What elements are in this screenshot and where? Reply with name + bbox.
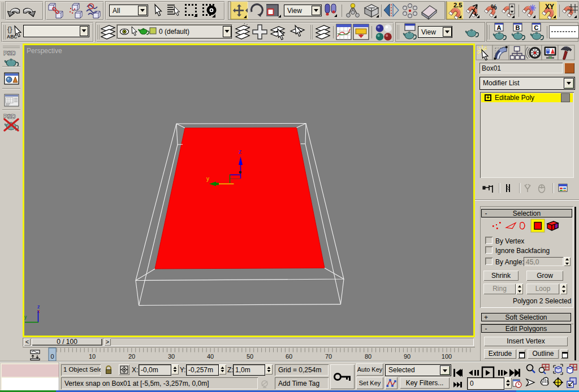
svg-text:XY: XY (545, 3, 554, 11)
svg-text:%: % (491, 3, 497, 11)
svg-text:y: y (206, 176, 209, 182)
svg-text:C: C (534, 24, 539, 31)
svg-text:50: 50 (247, 353, 253, 360)
svg-text:40: 40 (207, 353, 214, 360)
svg-text:View: View (287, 7, 302, 15)
svg-text:80: 80 (365, 353, 371, 360)
svg-text:View: View (421, 28, 436, 36)
svg-text:{}: {} (7, 25, 12, 33)
svg-text:90: 90 (404, 353, 411, 360)
svg-text:A: A (497, 24, 502, 31)
svg-text:10: 10 (89, 353, 96, 360)
svg-text:B: B (516, 24, 520, 31)
svg-text:2.5: 2.5 (453, 2, 462, 8)
svg-text:All: All (113, 7, 120, 15)
svg-text:y: y (24, 314, 27, 320)
svg-text:20: 20 (128, 353, 135, 360)
svg-text:0 (default): 0 (default) (159, 28, 189, 36)
svg-text:60: 60 (286, 353, 292, 360)
svg-text:70: 70 (325, 353, 332, 360)
svg-text:0: 0 (50, 353, 54, 360)
svg-text:PSD: PSD (3, 50, 16, 56)
svg-text:100: 100 (442, 353, 452, 360)
svg-text:30: 30 (168, 353, 175, 360)
svg-text:z: z (239, 149, 241, 155)
